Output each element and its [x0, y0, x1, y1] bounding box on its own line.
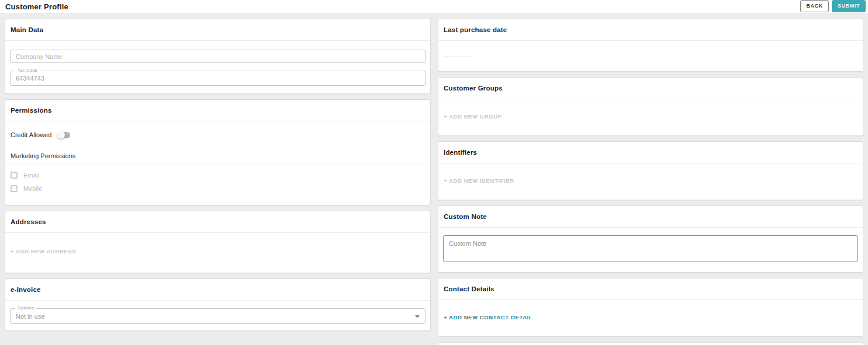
- email-checkbox-row[interactable]: Email: [11, 172, 425, 179]
- page-title: Customer Profile: [5, 2, 68, 11]
- tax-code-input[interactable]: [16, 75, 420, 82]
- add-new-address-button[interactable]: + ADD NEW ADDRESS: [11, 248, 76, 255]
- add-new-contact-detail-button[interactable]: + ADD NEW CONTACT DETAIL: [444, 314, 532, 320]
- mobile-checkbox-row[interactable]: Mobile: [11, 185, 425, 192]
- email-checkbox[interactable]: [11, 172, 18, 179]
- last-purchase-date-body: ----------: [438, 41, 863, 71]
- add-new-group-button[interactable]: + ADD NEW GROUP: [444, 113, 502, 120]
- main-data-title: Main Data: [5, 19, 430, 41]
- custom-note-title: Custom Note: [438, 206, 863, 228]
- contact-persons-card: Contact Persons + ADD NEW CONTACT PERSON: [438, 342, 863, 345]
- divider: [5, 165, 430, 165]
- last-purchase-date-card: Last purchase date ----------: [438, 19, 863, 72]
- customer-groups-title: Customer Groups: [438, 78, 863, 99]
- tax-code-field[interactable]: Tax Code: [10, 71, 426, 86]
- contact-details-body: + ADD NEW CONTACT DETAIL: [438, 300, 863, 336]
- content-columns: Main Data Tax Code Permissions Credit Al…: [0, 14, 868, 345]
- tax-code-label: Tax Code: [15, 68, 40, 73]
- contact-details-title: Contact Details: [438, 278, 863, 300]
- company-name-input[interactable]: [10, 50, 426, 63]
- chevron-down-icon: [415, 315, 420, 318]
- customer-groups-card: Customer Groups + ADD NEW GROUP: [438, 77, 863, 136]
- email-checkbox-label: Email: [23, 172, 40, 179]
- einvoice-options-label: Options: [15, 306, 36, 311]
- einvoice-card: e-Invoice Options Not in use: [5, 278, 431, 331]
- identifiers-body: + ADD NEW IDENTIFIER: [438, 163, 863, 200]
- main-data-body: Tax Code: [5, 41, 430, 93]
- credit-allowed-toggle[interactable]: [58, 132, 70, 138]
- last-purchase-date-title: Last purchase date: [438, 19, 863, 41]
- toggle-thumb-icon: [57, 131, 65, 139]
- main-data-card: Main Data Tax Code: [5, 19, 431, 94]
- permissions-title: Permissions: [5, 100, 430, 121]
- einvoice-options-select[interactable]: Options Not in use: [10, 308, 426, 324]
- contact-details-card: Contact Details + ADD NEW CONTACT DETAIL: [438, 278, 863, 337]
- einvoice-title: e-Invoice: [5, 279, 430, 301]
- einvoice-selected-value: Not in use: [16, 313, 45, 320]
- credit-allowed-label: Credit Allowed: [11, 131, 51, 138]
- topbar-actions: BACK SUBMIT: [800, 0, 866, 13]
- einvoice-body: Options Not in use: [5, 301, 430, 330]
- add-new-identifier-button[interactable]: + ADD NEW IDENTIFIER: [444, 177, 514, 184]
- back-button[interactable]: BACK: [800, 0, 828, 12]
- submit-button[interactable]: SUBMIT: [832, 0, 866, 12]
- mobile-checkbox-label: Mobile: [23, 185, 42, 192]
- top-bar: Customer Profile BACK SUBMIT: [0, 0, 868, 14]
- addresses-body: + ADD NEW ADDRESS: [5, 233, 430, 273]
- mobile-checkbox[interactable]: [11, 185, 18, 192]
- permissions-card: Permissions Credit Allowed Marketing Per…: [5, 99, 431, 205]
- custom-note-body: [438, 228, 863, 272]
- right-column: Last purchase date ---------- Customer G…: [438, 19, 863, 345]
- custom-note-textarea[interactable]: [443, 235, 858, 262]
- left-column: Main Data Tax Code Permissions Credit Al…: [5, 19, 431, 336]
- contact-persons-title: Contact Persons: [438, 343, 863, 345]
- last-purchase-date-value: ----------: [444, 53, 472, 60]
- marketing-permissions-label: Marketing Permissions: [11, 152, 425, 159]
- addresses-card: Addresses + ADD NEW ADDRESS: [5, 211, 431, 273]
- customer-groups-body: + ADD NEW GROUP: [438, 99, 863, 135]
- credit-allowed-row: Credit Allowed: [11, 131, 425, 138]
- custom-note-card: Custom Note: [438, 205, 863, 273]
- identifiers-card: Identifiers + ADD NEW IDENTIFIER: [438, 141, 863, 200]
- identifiers-title: Identifiers: [438, 142, 863, 163]
- permissions-body: Credit Allowed Marketing Permissions Ema…: [5, 121, 430, 205]
- addresses-title: Addresses: [5, 211, 430, 233]
